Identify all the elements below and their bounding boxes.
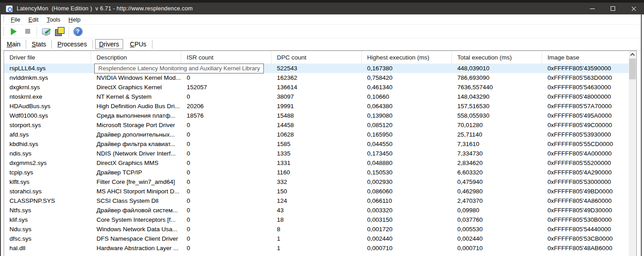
column-header-highest-execution-ms[interactable]: Highest execution (ms) [362,51,452,64]
toolbar-separator [37,27,37,37]
close-icon [631,6,637,12]
tab-separator [51,40,52,49]
cell-dpc-count: 19991 [271,101,362,111]
menubar-gripper-handle[interactable] [3,16,4,23]
scroll-up-button[interactable] [629,51,636,59]
column-header-description[interactable]: Description [91,51,181,64]
vertical-scrollbar[interactable] [629,51,636,256]
toolbar-gripper-handle[interactable] [3,27,4,36]
drivers-table: Driver fileDescriptionISR countDPC count… [4,50,637,256]
driver-row-hdaudbus-sys[interactable]: HDAudBus.sysHigh Definition Audio Bus Dr… [4,101,629,111]
cell-highest-execution-ms: 0,048880 [362,158,452,168]
column-header-driver-file[interactable]: Driver file [4,51,91,64]
driver-row-storport-sys[interactable]: storport.sysMicrosoft Storage Port Drive… [4,120,629,130]
cell-total-execution-ms: 25,71140 [452,130,542,139]
cell-driver-file: ntoskrnl.exe [4,92,91,101]
cell-isr-count: 0 [181,149,271,158]
cell-dpc-count: 10628 [271,130,362,139]
cell-highest-execution-ms: 0,165950 [362,130,452,139]
cell-highest-execution-ms: 0,139080 [362,111,452,120]
driver-row-klif-sys[interactable]: klif.sysCore System Interceptors [f...01… [4,215,629,224]
column-header-image-base[interactable]: Image base [542,51,629,64]
driver-row-kbdhid-sys[interactable]: kbdhid.sysДрайвер фильтра клавиат...0158… [4,139,629,149]
cell-total-execution-ms: 0,005530 [452,224,542,234]
cell-dpc-count: 124 [271,196,362,206]
scrollbar-thumb[interactable] [629,59,636,79]
driver-row-ndis-sys[interactable]: ndis.sysNDIS (Network Driver Interf...01… [4,149,629,158]
cell-total-execution-ms: 0,475940 [452,177,542,187]
cell-total-execution-ms: 0,037760 [452,215,542,224]
driver-row-nvlddmkm-sys[interactable]: nvlddmkm.sysNVIDIA Windows Kernel Mod...… [4,73,629,82]
cell-driver-file: tcpip.sys [4,168,91,177]
cell-isr-count: 0 [181,177,271,187]
driver-row-ntfs-sys[interactable]: Ntfs.sysДрайвер файловой систем...0430,0… [4,206,629,215]
cell-highest-execution-ms: 0,066110 [362,196,452,206]
driver-row-wdf01000-sys[interactable]: Wdf01000.sysСреда выполнения платф...185… [4,111,629,120]
driver-row-ndu-sys[interactable]: Ndu.sysWindows Network Data Usa...080,00… [4,224,629,234]
help-button[interactable]: ? [71,25,85,37]
tab-cpus[interactable]: CPUs [125,39,152,49]
driver-row-storahci-sys[interactable]: storahci.sysMS AHCI Storport Miniport D.… [4,187,629,196]
cell-image-base: 0xFFFFF805'55CD0000 [542,139,629,149]
cell-driver-file: storahci.sys [4,187,91,196]
cell-isr-count: 18576 [181,111,271,120]
column-header-dpc-count[interactable]: DPC count [271,51,362,64]
tab-drivers[interactable]: Drivers [95,39,123,49]
cell-dpc-count: 38097 [271,92,362,101]
driver-row-dxgkrnl-sys[interactable]: dxgkrnl.sysDirectX Graphics Kernel152057… [4,82,629,92]
cell-image-base: 0xFFFFF805'495A0000 [542,111,629,120]
window-border-left [0,14,1,256]
column-header-total-execution-ms[interactable]: Total execution (ms) [452,51,542,64]
table-header: Driver fileDescriptionISR countDPC count… [4,51,629,64]
cell-dpc-count: 136614 [271,82,362,92]
driver-row-dfsc-sys[interactable]: dfsc.sysDFS Namespace Client Driver010,0… [4,234,629,243]
cell-highest-execution-ms: 0,000710 [362,243,452,253]
driver-row-dxgmms2-sys[interactable]: dxgmms2.sysDirectX Graphics MMS013310,04… [4,158,629,168]
tab-separator [92,40,93,49]
menu-item-edit[interactable]: Edit [24,15,42,24]
tab-processes[interactable]: Processes [52,39,92,49]
cell-highest-execution-ms: 0,001720 [362,224,452,234]
cell-highest-execution-ms: 0,173450 [362,149,452,158]
cell-description: DirectX Graphics Kernel [91,82,181,92]
cell-dpc-count: 162362 [271,73,362,82]
start-monitoring-button[interactable] [7,25,21,37]
window-controls [582,3,644,14]
copy-report-button[interactable] [53,25,67,37]
cell-driver-file: hal.dll [4,243,91,253]
stop-monitoring-button[interactable] [21,25,35,37]
driver-row-classpnp-sys[interactable]: CLASSPNP.SYSSCSI Class System Dll01240,0… [4,196,629,206]
latencymon-app-icon [6,5,13,12]
cell-dpc-count: 1160 [271,168,362,177]
menu-item-file[interactable]: File [7,15,24,24]
cell-total-execution-ms: 148,043290 [452,92,542,101]
cell-image-base: 0xFFFFF805'530B0000 [542,215,629,224]
driver-row-tcpip-sys[interactable]: tcpip.sysДрайвер TCP/IP011600,1505306,60… [4,168,629,177]
cell-highest-execution-ms: 0,044550 [362,139,452,149]
tab-stats[interactable]: Stats [27,39,51,49]
driver-row-hal-dll[interactable]: hal.dllHardware Abstraction Layer ...010… [4,243,629,253]
tools-options-button[interactable] [39,25,53,37]
maximize-button[interactable] [603,3,623,14]
driver-row-klflt-sys[interactable]: klflt.sysFilter Core [fre_win7_amd64]033… [4,177,629,187]
cell-dpc-count: 332 [271,177,362,187]
cell-image-base: 0xFFFFF805'54440000 [542,224,629,234]
cell-image-base: 0xFFFFF805'53000000 [542,177,629,187]
minimize-button[interactable] [582,3,603,14]
cell-dpc-count: 15488 [271,111,362,120]
tab-main[interactable]: Main [2,39,25,49]
cell-total-execution-ms: 2,834620 [452,158,542,168]
cell-description: NDIS (Network Driver Interf... [91,149,181,158]
cell-isr-count: 0 [181,139,271,149]
driver-row-afd-sys[interactable]: afd.sysДрайвер дополнительных...0106280,… [4,130,629,139]
menu-item-help[interactable]: Help [64,15,85,24]
menu-item-tools[interactable]: Tools [42,15,64,24]
cell-description: Драйвер дополнительных... [91,130,181,139]
cell-isr-count: 0 [181,234,271,243]
driver-row-ntoskrnl-exe[interactable]: ntoskrnl.exeNT Kernel & System0380970,10… [4,92,629,101]
cell-highest-execution-ms: 0,10660 [362,92,452,101]
cell-image-base: 0xFFFFF805'4A290000 [542,168,629,177]
close-button[interactable] [623,3,644,14]
cell-description: Filter Core [fre_win7_amd64] [91,177,181,187]
column-header-isr-count[interactable]: ISR count [181,51,271,64]
